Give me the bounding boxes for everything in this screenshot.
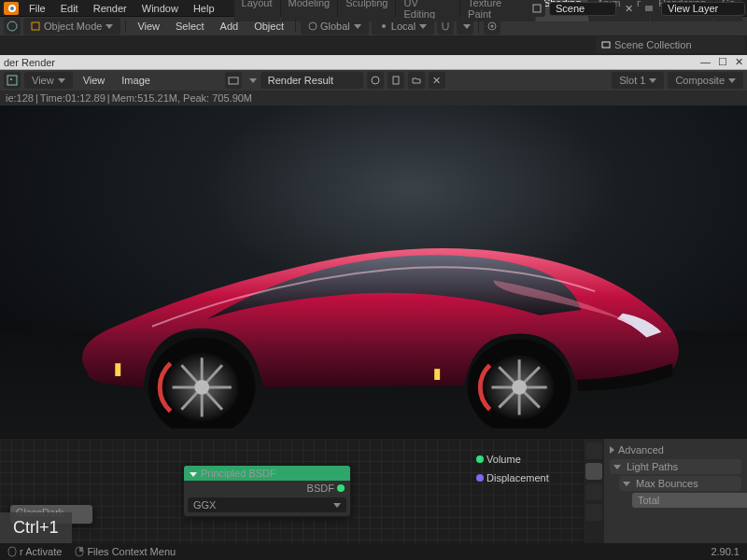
props-light-paths-row[interactable]: Light Paths bbox=[610, 459, 741, 474]
svg-point-30 bbox=[512, 380, 527, 395]
scene-name-field[interactable]: Scene bbox=[549, 2, 616, 16]
render-window-title: der Render bbox=[4, 57, 55, 68]
prop-tab-viewlayer[interactable] bbox=[585, 483, 602, 500]
status-bar: r Activate Files Context Menu 2.90.1 bbox=[0, 543, 747, 560]
outliner-row[interactable]: Scene Collection bbox=[596, 36, 745, 53]
viewlayer-name-field[interactable]: View Layer bbox=[661, 2, 745, 16]
svg-rect-10 bbox=[7, 76, 17, 85]
pivot-point[interactable]: Local bbox=[372, 18, 434, 35]
scene-close-icon[interactable]: ✕ bbox=[620, 0, 637, 17]
prop-tab-render[interactable] bbox=[585, 442, 602, 459]
blender-logo-icon[interactable] bbox=[4, 2, 19, 15]
viewport-menu-object[interactable]: Object bbox=[247, 20, 290, 33]
collection-icon bbox=[601, 40, 611, 49]
mouse-hint-activate: r Activate bbox=[7, 546, 62, 557]
menu-window[interactable]: Window bbox=[135, 2, 185, 15]
svg-point-23 bbox=[194, 380, 209, 395]
svg-point-13 bbox=[372, 77, 379, 84]
linked-count-icon[interactable] bbox=[367, 72, 384, 89]
svg-rect-4 bbox=[32, 22, 39, 30]
top-menu-bar: File Edit Render Window Help Layout Mode… bbox=[0, 0, 747, 17]
node-principled-bsdf[interactable]: Principled BSDF BSDF GGX bbox=[183, 465, 351, 517]
render-status-bar: ie:128 | Time:01:12.89 | Mem:515.21M, Pe… bbox=[0, 91, 747, 105]
editor-type-icon[interactable] bbox=[4, 18, 21, 35]
scene-controls: Scene ✕ View Layer bbox=[529, 0, 745, 17]
snap-type-icon[interactable] bbox=[457, 18, 473, 35]
mode-selector[interactable]: Object Mode bbox=[23, 18, 120, 35]
minimize-icon[interactable]: — bbox=[700, 56, 711, 68]
scene-browse-icon[interactable] bbox=[529, 0, 545, 17]
render-memory-label: Mem:515.21M, Peak: 705.90M bbox=[112, 92, 252, 104]
render-slot-dropdown[interactable]: Slot 1 bbox=[612, 72, 664, 89]
props-advanced-row[interactable]: Advanced bbox=[610, 442, 741, 457]
svg-rect-9 bbox=[602, 42, 610, 48]
menu-help[interactable]: Help bbox=[187, 2, 221, 15]
svg-rect-33 bbox=[79, 547, 83, 552]
view-mode-dropdown[interactable]: View bbox=[24, 72, 73, 89]
snap-toggle-icon[interactable] bbox=[437, 18, 454, 35]
svg-point-1 bbox=[10, 7, 14, 10]
total-bounces-label: Total bbox=[638, 495, 659, 506]
svg-rect-31 bbox=[8, 547, 16, 556]
image-editor-menu-image[interactable]: Image bbox=[115, 74, 157, 87]
svg-point-11 bbox=[10, 78, 12, 80]
scene-collection-label: Scene Collection bbox=[614, 39, 692, 50]
output-socket-displacement[interactable]: Displacement bbox=[476, 472, 549, 483]
render-viewport[interactable] bbox=[0, 105, 747, 438]
properties-tabs bbox=[584, 439, 604, 554]
image-browse-icon[interactable] bbox=[225, 72, 242, 89]
render-layer-dropdown[interactable]: Composite bbox=[668, 72, 743, 89]
rendered-car-image bbox=[60, 225, 687, 398]
svg-rect-2 bbox=[533, 5, 541, 12]
hotkey-overlay: Ctrl+1 bbox=[0, 512, 72, 543]
viewlayer-browse-icon[interactable] bbox=[641, 0, 657, 17]
viewport-menu-select[interactable]: Select bbox=[169, 20, 211, 33]
image-editor-menu-view[interactable]: View bbox=[77, 74, 112, 87]
svg-point-6 bbox=[382, 24, 386, 28]
menu-edit[interactable]: Edit bbox=[54, 2, 85, 15]
viewport-menu-add[interactable]: Add bbox=[214, 20, 246, 33]
image-editor-header: View View Image Render Result ✕ Slot 1 C… bbox=[0, 70, 747, 91]
svg-rect-16 bbox=[434, 369, 440, 380]
transform-orientation[interactable]: Global bbox=[301, 18, 369, 35]
svg-point-3 bbox=[7, 21, 17, 31]
close-icon[interactable]: ✕ bbox=[735, 56, 743, 68]
open-image-icon[interactable] bbox=[408, 72, 425, 89]
shader-node-editor[interactable]: GlassDark Principled BSDF BSDF GGX Volum… bbox=[0, 438, 747, 554]
svg-point-5 bbox=[309, 22, 317, 30]
props-max-bounces-row[interactable]: Max Bounces bbox=[619, 476, 741, 491]
viewport-menu-view[interactable]: View bbox=[131, 20, 166, 33]
render-frame-label: ie:128 bbox=[6, 92, 34, 104]
render-window-titlebar: der Render — ☐ ✕ bbox=[0, 55, 747, 70]
tab-layout[interactable]: Layout bbox=[234, 0, 280, 21]
output-socket-volume[interactable]: Volume bbox=[476, 454, 521, 465]
proportional-edit-icon[interactable] bbox=[484, 18, 500, 35]
menu-render[interactable]: Render bbox=[87, 2, 134, 15]
new-image-icon[interactable] bbox=[388, 72, 404, 89]
render-time-label: Time:01:12.89 bbox=[40, 92, 106, 104]
mouse-hint-context: Files Context Menu bbox=[75, 546, 176, 557]
total-bounces-field[interactable]: Total 12 bbox=[632, 493, 747, 508]
svg-rect-12 bbox=[229, 77, 238, 84]
image-editor-type-icon[interactable] bbox=[4, 72, 21, 89]
version-label: 2.90.1 bbox=[711, 546, 740, 557]
svg-point-8 bbox=[491, 25, 494, 28]
svg-rect-15 bbox=[115, 363, 120, 376]
prop-tab-output[interactable] bbox=[585, 463, 602, 480]
menu-file[interactable]: File bbox=[22, 2, 52, 15]
svg-rect-14 bbox=[393, 77, 399, 84]
unlink-image-icon[interactable]: ✕ bbox=[429, 72, 445, 89]
properties-panel: Advanced Light Paths Max Bounces Total 1… bbox=[583, 439, 747, 554]
maximize-icon[interactable]: ☐ bbox=[718, 56, 727, 68]
prop-tab-scene[interactable] bbox=[585, 504, 602, 521]
render-result-field[interactable]: Render Result bbox=[261, 72, 363, 89]
